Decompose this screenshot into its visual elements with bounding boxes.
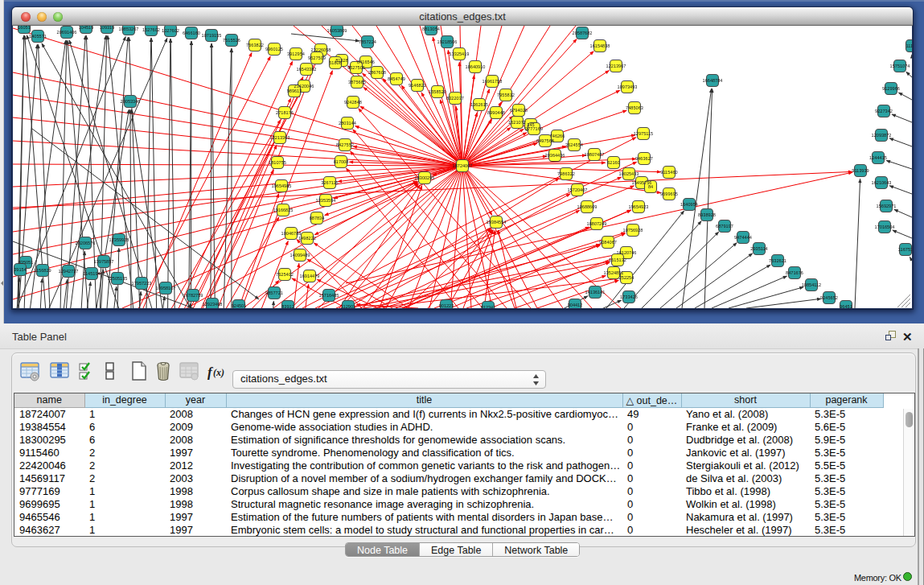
svg-text:18807249: 18807249 xyxy=(587,221,607,226)
svg-text:7986322: 7986322 xyxy=(557,171,575,176)
svg-text:16914479: 16914479 xyxy=(300,274,320,278)
svg-text:16648784: 16648784 xyxy=(703,78,723,83)
svg-text:6879197: 6879197 xyxy=(716,224,733,229)
svg-text:1810755: 1810755 xyxy=(269,160,286,165)
svg-text:7485063: 7485063 xyxy=(626,105,643,110)
svg-text:10756928: 10756928 xyxy=(623,228,643,233)
svg-text:116753: 116753 xyxy=(898,247,912,252)
svg-text:16120746: 16120746 xyxy=(617,250,637,255)
svg-text:96451: 96451 xyxy=(840,304,852,308)
svg-text:15692971: 15692971 xyxy=(877,204,897,208)
svg-text:6794028: 6794028 xyxy=(510,108,528,113)
svg-text:887834: 887834 xyxy=(310,216,325,220)
svg-text:9960125: 9960125 xyxy=(265,47,283,51)
svg-text:1498222: 1498222 xyxy=(298,236,316,241)
svg-text:84: 84 xyxy=(648,184,653,189)
svg-text:8471676: 8471676 xyxy=(786,270,803,275)
svg-text:10807487: 10807487 xyxy=(585,152,605,157)
svg-text:8427552: 8427552 xyxy=(336,142,354,147)
svg-text:12975115: 12975115 xyxy=(634,131,653,136)
svg-text:1558520: 1558520 xyxy=(429,89,446,94)
svg-text:15716485: 15716485 xyxy=(319,293,339,298)
svg-text:16053809: 16053809 xyxy=(327,28,347,33)
svg-text:1733426: 1733426 xyxy=(620,295,638,299)
svg-text:1244415: 1244415 xyxy=(869,155,887,160)
svg-text:23226058: 23226058 xyxy=(311,47,331,52)
svg-text:1640954: 1640954 xyxy=(680,202,698,207)
svg-text:7625402: 7625402 xyxy=(276,272,294,277)
svg-text:9777169: 9777169 xyxy=(525,126,543,131)
svg-text:8454749: 8454749 xyxy=(388,76,405,81)
svg-text:19654923: 19654923 xyxy=(629,204,649,209)
svg-text:904412: 904412 xyxy=(568,303,583,307)
svg-text:104519: 104519 xyxy=(79,26,94,30)
svg-text:8813054: 8813054 xyxy=(422,27,440,31)
svg-text:15751074: 15751074 xyxy=(890,64,910,68)
svg-text:9146821: 9146821 xyxy=(409,83,426,88)
svg-text:17016504: 17016504 xyxy=(875,225,895,229)
svg-text:109319: 109319 xyxy=(100,26,115,30)
svg-text:16961758: 16961758 xyxy=(483,79,503,84)
svg-text:7857224: 7857224 xyxy=(359,39,376,44)
svg-text:10688609: 10688609 xyxy=(577,204,598,209)
svg-text:9129966: 9129966 xyxy=(882,86,900,91)
svg-text:20691406: 20691406 xyxy=(57,30,77,35)
svg-text:2718176: 2718176 xyxy=(276,110,294,115)
svg-text:9857721: 9857721 xyxy=(265,290,283,295)
svg-text:18724007: 18724007 xyxy=(453,163,473,168)
svg-text:19166825: 19166825 xyxy=(273,208,294,212)
svg-text:12093872: 12093872 xyxy=(872,133,892,138)
svg-text:12942737: 12942737 xyxy=(59,269,79,274)
svg-text:10854112: 10854112 xyxy=(802,282,821,287)
svg-text:1527602: 1527602 xyxy=(142,27,160,32)
svg-text:39154: 39154 xyxy=(14,267,27,272)
svg-text:8990448: 8990448 xyxy=(487,110,505,115)
svg-text:112901: 112901 xyxy=(341,304,355,308)
svg-text:13353594: 13353594 xyxy=(316,198,336,203)
svg-text:2935114: 2935114 xyxy=(750,246,767,251)
svg-text:3624554: 3624554 xyxy=(565,142,583,147)
svg-text:10025433: 10025433 xyxy=(619,171,639,176)
svg-text:7515526: 7515526 xyxy=(223,38,240,43)
svg-text:1156829: 1156829 xyxy=(34,268,51,273)
svg-text:10973493: 10973493 xyxy=(618,84,638,89)
svg-text:15720407: 15720407 xyxy=(568,187,588,192)
svg-text:12923468: 12923468 xyxy=(203,302,223,307)
svg-text:(x): (x) xyxy=(213,367,224,378)
svg-text:16543382: 16543382 xyxy=(297,67,317,72)
svg-text:11121: 11121 xyxy=(906,43,912,48)
svg-text:9463627: 9463627 xyxy=(635,156,653,161)
svg-text:9527509: 9527509 xyxy=(308,56,326,60)
svg-text:3912954: 3912954 xyxy=(287,51,305,56)
svg-text:9113939: 9113939 xyxy=(852,168,869,173)
svg-text:14136141: 14136141 xyxy=(585,290,606,295)
svg-text:9474444: 9474444 xyxy=(734,235,752,240)
svg-text:12505135: 12505135 xyxy=(108,276,128,281)
svg-text:8938928: 8938928 xyxy=(698,212,716,217)
svg-text:2803144: 2803144 xyxy=(339,121,356,126)
svg-text:19654985: 19654985 xyxy=(272,183,292,188)
svg-text:3875685: 3875685 xyxy=(348,80,366,84)
svg-text:16154838: 16154838 xyxy=(590,43,610,48)
svg-text:8416546: 8416546 xyxy=(357,60,375,64)
svg-text:9242848: 9242848 xyxy=(344,100,362,105)
svg-text:20053346: 20053346 xyxy=(121,99,141,104)
svg-text:10853267: 10853267 xyxy=(119,27,139,31)
svg-text:83912: 83912 xyxy=(281,304,294,308)
svg-text:9245652: 9245652 xyxy=(820,295,838,300)
svg-text:7955812: 7955812 xyxy=(497,93,515,97)
svg-text:1621072: 1621072 xyxy=(508,120,526,125)
svg-text:17359928: 17359928 xyxy=(109,237,129,242)
svg-text:2867608: 2867608 xyxy=(368,70,386,75)
svg-text:252254: 252254 xyxy=(619,275,634,280)
svg-text:9227342: 9227342 xyxy=(875,109,893,113)
svg-text:6466160: 6466160 xyxy=(183,31,200,35)
svg-text:17957223: 17957223 xyxy=(132,281,152,286)
svg-text:12213363: 12213363 xyxy=(270,135,290,140)
svg-text:989613: 989613 xyxy=(287,89,302,93)
svg-text:20587682: 20587682 xyxy=(573,31,593,35)
svg-text:20206576: 20206576 xyxy=(76,241,96,245)
svg-text:10958107: 10958107 xyxy=(156,286,176,290)
svg-text:1405571: 1405571 xyxy=(29,34,47,39)
svg-text:19384554: 19384554 xyxy=(487,220,507,225)
